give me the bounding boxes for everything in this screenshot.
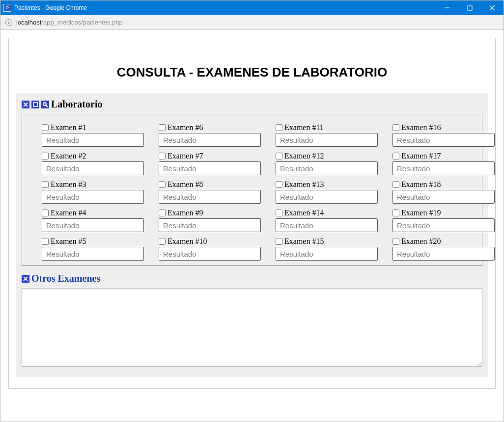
examen-5-field: Examen #5 <box>42 237 144 261</box>
examen-18-label: Examen #18 <box>401 180 441 189</box>
examen-14-field: Examen #14 <box>276 209 378 232</box>
examen-3-result-input[interactable] <box>42 190 144 204</box>
examen-7-result-input[interactable] <box>159 161 261 175</box>
examen-15-label-row: Examen #15 <box>276 237 378 246</box>
url-path: /app_medicos/pacientes.php <box>41 19 123 26</box>
examen-16-checkbox[interactable] <box>392 124 399 131</box>
examen-3-label: Examen #3 <box>51 180 86 189</box>
examen-3-field: Examen #3 <box>42 180 144 204</box>
examen-19-label: Examen #19 <box>401 209 441 217</box>
examen-15-result-input[interactable] <box>276 247 378 261</box>
examen-2-label: Examen #2 <box>51 152 86 160</box>
browser-address-bar[interactable]: i localhost/app_medicos/pacientes.php <box>0 15 504 30</box>
examen-12-checkbox[interactable] <box>276 153 282 159</box>
examen-4-label-row: Examen #4 <box>42 209 144 217</box>
examen-20-result-input[interactable] <box>392 247 495 261</box>
window-close-button[interactable] <box>481 0 504 15</box>
examen-1-label-row: Examen #1 <box>42 123 144 132</box>
examen-20-checkbox[interactable] <box>392 238 399 245</box>
examen-10-label: Examen #10 <box>168 237 207 246</box>
examen-4-field: Examen #4 <box>42 209 144 232</box>
examen-8-label-row: Examen #8 <box>159 180 261 189</box>
otros-header: Otros Examenes <box>22 273 482 284</box>
examen-20-field: Examen #20 <box>392 237 495 261</box>
search-section-icon[interactable] <box>41 101 49 108</box>
examen-5-checkbox[interactable] <box>42 238 49 245</box>
examen-13-checkbox[interactable] <box>276 181 282 188</box>
examen-19-checkbox[interactable] <box>392 210 399 216</box>
examen-11-checkbox[interactable] <box>276 124 282 131</box>
examen-17-result-input[interactable] <box>392 161 495 175</box>
examen-2-result-input[interactable] <box>42 161 144 175</box>
examen-11-result-input[interactable] <box>276 133 378 147</box>
examen-16-result-input[interactable] <box>392 133 495 147</box>
examen-12-label: Examen #12 <box>284 152 324 160</box>
examen-5-result-input[interactable] <box>42 247 144 261</box>
examen-3-checkbox[interactable] <box>42 181 49 188</box>
examen-4-result-input[interactable] <box>42 218 144 232</box>
examen-13-result-input[interactable] <box>276 190 378 204</box>
close-section-icon[interactable] <box>22 101 29 108</box>
examen-11-label: Examen #11 <box>284 123 324 132</box>
examen-19-result-input[interactable] <box>392 218 495 232</box>
examen-7-label: Examen #7 <box>168 152 203 160</box>
examen-4-checkbox[interactable] <box>42 210 49 216</box>
site-info-icon[interactable]: i <box>5 19 12 26</box>
examen-18-result-input[interactable] <box>392 190 495 204</box>
close-otros-icon[interactable] <box>22 275 29 283</box>
examen-5-label-row: Examen #5 <box>42 237 144 246</box>
otros-textarea[interactable] <box>22 288 482 367</box>
examen-12-label-row: Examen #12 <box>276 152 378 160</box>
examen-13-label-row: Examen #13 <box>276 180 378 189</box>
examen-9-label-row: Examen #9 <box>159 209 261 217</box>
examen-8-checkbox[interactable] <box>159 181 166 188</box>
examen-16-field: Examen #16 <box>392 123 495 147</box>
examen-9-result-input[interactable] <box>159 218 261 232</box>
examen-15-field: Examen #15 <box>276 237 378 261</box>
examen-4-label: Examen #4 <box>51 209 86 217</box>
examen-10-result-input[interactable] <box>159 247 261 261</box>
examen-14-checkbox[interactable] <box>276 210 282 216</box>
examen-8-result-input[interactable] <box>159 190 261 204</box>
examen-15-checkbox[interactable] <box>276 238 282 245</box>
examen-2-label-row: Examen #2 <box>42 152 144 160</box>
examen-14-result-input[interactable] <box>276 218 378 232</box>
svg-rect-1 <box>468 6 472 10</box>
examen-12-field: Examen #12 <box>276 152 378 175</box>
examen-1-label: Examen #1 <box>51 123 86 132</box>
examen-13-field: Examen #13 <box>276 180 378 204</box>
examen-14-label: Examen #14 <box>284 209 324 217</box>
examen-12-result-input[interactable] <box>276 161 378 175</box>
examen-10-checkbox[interactable] <box>159 238 166 245</box>
examen-6-checkbox[interactable] <box>159 124 166 131</box>
examen-7-field: Examen #7 <box>159 152 261 175</box>
window-maximize-button[interactable] <box>458 0 481 15</box>
examen-18-checkbox[interactable] <box>392 181 399 188</box>
examen-7-label-row: Examen #7 <box>159 152 261 160</box>
examen-1-result-input[interactable] <box>42 133 144 147</box>
examen-17-label: Examen #17 <box>401 152 441 160</box>
examen-17-label-row: Examen #17 <box>392 152 495 160</box>
examen-19-field: Examen #19 <box>392 209 495 232</box>
examen-16-label-row: Examen #16 <box>392 123 495 132</box>
window-title: Pacientes - Google Chrome <box>14 4 87 11</box>
otros-legend: Otros Examenes <box>31 273 100 284</box>
examen-6-result-input[interactable] <box>159 133 261 147</box>
examen-9-checkbox[interactable] <box>159 210 166 216</box>
svg-line-8 <box>46 105 48 107</box>
laboratorio-fieldset: Examen #1Examen #6Examen #11Examen #16Ex… <box>22 114 482 266</box>
examen-2-checkbox[interactable] <box>42 153 49 159</box>
examen-7-checkbox[interactable] <box>159 153 166 159</box>
examen-6-label-row: Examen #6 <box>159 123 261 132</box>
window-titlebar: P Pacientes - Google Chrome <box>0 0 504 15</box>
window-minimize-button[interactable] <box>436 0 458 15</box>
examen-17-checkbox[interactable] <box>392 153 399 159</box>
svg-point-7 <box>43 103 46 106</box>
examen-15-label: Examen #15 <box>284 237 324 246</box>
examen-16-label: Examen #16 <box>401 123 441 132</box>
examen-1-checkbox[interactable] <box>42 124 49 131</box>
collapse-section-icon[interactable] <box>31 101 39 108</box>
examen-6-field: Examen #6 <box>159 123 261 147</box>
examen-11-field: Examen #11 <box>276 123 378 147</box>
examen-9-field: Examen #9 <box>159 209 261 232</box>
